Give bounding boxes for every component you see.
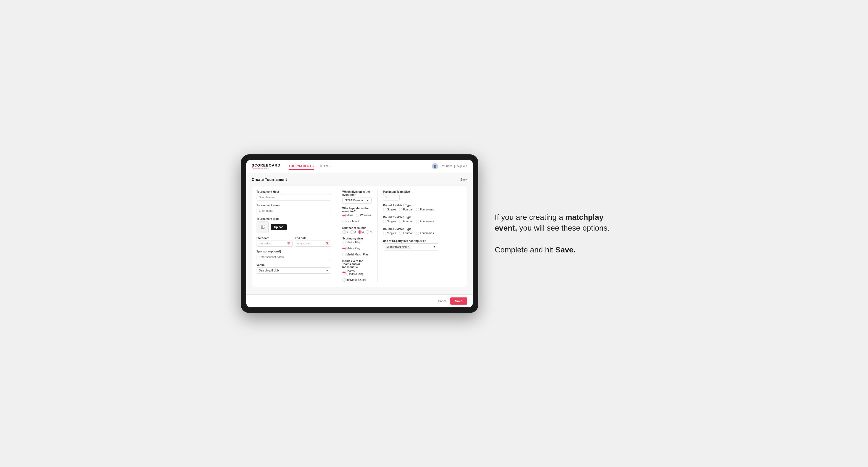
- teams-radio-group: Teams (+Individuals) Individuals Only: [342, 270, 372, 282]
- gender-womens[interactable]: Womens: [356, 214, 371, 217]
- rounds-3[interactable]: 3: [358, 230, 364, 234]
- gender-combined[interactable]: Combined: [342, 220, 359, 223]
- radio-medal-label: Medal Match Play: [347, 253, 368, 256]
- scoring-stroke[interactable]: Stroke Play: [342, 241, 361, 244]
- gender-mens[interactable]: Mens: [342, 214, 353, 217]
- round3-fourball[interactable]: Fourball: [399, 232, 413, 235]
- api-remove-icon[interactable]: ✕: [408, 246, 410, 248]
- form-middle-section: Which division is the event for? NCAA Di…: [342, 190, 372, 282]
- round3-singles[interactable]: Singles: [383, 232, 396, 235]
- rounds-radio-group: 1 2 3: [342, 230, 372, 234]
- end-date-input[interactable]: Pick a date 📅: [295, 241, 331, 247]
- scoring-match[interactable]: Match Play: [342, 247, 360, 250]
- rounds-4[interactable]: 4: [366, 230, 372, 234]
- rounds-1[interactable]: 1: [342, 230, 348, 234]
- round2-foursomes[interactable]: Foursomes: [416, 220, 434, 223]
- max-team-size-input[interactable]: [383, 194, 400, 200]
- sign-out-link[interactable]: Sign out: [457, 165, 467, 168]
- rounds-label: Number of rounds: [342, 226, 372, 229]
- annotation-top: If you are creating a matchplay event, y…: [495, 212, 627, 234]
- radio-r1-foursomes: [416, 208, 419, 211]
- date-fields: Start date Pick a date 📅 End date: [256, 237, 331, 247]
- round3-foursomes[interactable]: Foursomes: [416, 232, 434, 235]
- form-divider-1: [337, 190, 337, 282]
- division-select[interactable]: NCAA Division I ▼: [342, 197, 372, 204]
- radio-r2-foursomes: [416, 220, 419, 223]
- tournament-host-input[interactable]: [256, 194, 331, 200]
- scoring-field: Scoring system Stroke Play Match Play: [342, 237, 372, 256]
- user-avatar: 👤: [432, 163, 438, 169]
- radio-round1-circle: [342, 230, 346, 234]
- round2-singles[interactable]: Singles: [383, 220, 396, 223]
- radio-womens-label: Womens: [360, 214, 371, 217]
- venue-placeholder: Search golf club: [259, 269, 279, 272]
- upload-button[interactable]: Upload: [271, 224, 287, 230]
- division-value: NCAA Division I: [345, 199, 365, 202]
- back-button[interactable]: ‹ Back: [459, 178, 467, 181]
- max-team-size-field: Maximum Team Size: [383, 190, 438, 200]
- logo-subtitle: Powered by clippt: [252, 167, 281, 169]
- r3-foursomes-label: Foursomes: [420, 232, 434, 235]
- api-label: Use third-party live scoring API?: [383, 240, 438, 243]
- radio-round2-label: 2: [354, 230, 356, 234]
- scoring-label: Scoring system: [342, 237, 372, 240]
- radio-round3-label: 3: [362, 230, 364, 234]
- round3-options: Singles Fourball Foursomes: [383, 232, 438, 235]
- form-right-section: Maximum Team Size Round 1 - Match Type S…: [383, 190, 438, 282]
- tablet-device: SCOREBOARD Powered by clippt TOURNAMENTS…: [241, 154, 478, 313]
- venue-input[interactable]: Search golf club ▼: [256, 267, 331, 274]
- save-button[interactable]: Save: [450, 298, 467, 305]
- api-field: Use third-party live scoring API? Leader…: [383, 240, 438, 250]
- annotation-top-text1: If you are creating a: [495, 213, 565, 221]
- api-tag: Leaderboard King ✕: [385, 245, 411, 249]
- round2-fourball[interactable]: Fourball: [399, 220, 413, 223]
- round1-singles[interactable]: Singles: [383, 208, 396, 211]
- start-date-input[interactable]: Pick a date 📅: [256, 241, 293, 247]
- page-content: Create Tournament ‹ Back Tournament Host: [246, 173, 473, 294]
- sponsor-input[interactable]: [256, 254, 331, 260]
- page-footer: Cancel Save: [246, 294, 473, 307]
- r1-foursomes-label: Foursomes: [420, 208, 434, 211]
- page-header: Create Tournament ‹ Back: [252, 177, 467, 182]
- radio-r2-singles: [383, 220, 386, 223]
- user-name: Test User: [440, 165, 452, 168]
- radio-match-label: Match Play: [347, 247, 360, 250]
- r2-foursomes-label: Foursomes: [420, 220, 434, 223]
- round1-options: Singles Fourball Foursomes: [383, 208, 438, 211]
- teams-plus-individuals[interactable]: Teams (+Individuals): [342, 270, 372, 276]
- annotation-bottom-text1: Complete and hit: [495, 246, 555, 254]
- individuals-only[interactable]: Individuals Only: [342, 278, 366, 282]
- radio-r3-foursomes: [416, 232, 419, 235]
- round3-match-type: Round 3 - Match Type Singles Fourball: [383, 227, 438, 235]
- tournament-name-input[interactable]: [256, 208, 331, 214]
- radio-round1-label: 1: [347, 230, 348, 234]
- r2-singles-label: Singles: [387, 220, 396, 223]
- round3-label: Round 3 - Match Type: [383, 227, 438, 230]
- annotation-top-text2: you will see these options.: [517, 224, 610, 232]
- cancel-button[interactable]: Cancel: [438, 299, 447, 303]
- division-field: Which division is the event for? NCAA Di…: [342, 190, 372, 204]
- scoring-medal[interactable]: Medal Match Play: [342, 253, 368, 256]
- round1-match-type: Round 1 - Match Type Singles Fourball: [383, 204, 438, 211]
- gender-label: Which gender is the event for?: [342, 207, 372, 213]
- api-select[interactable]: Leaderboard King ✕ ▼: [383, 243, 438, 250]
- round1-foursomes[interactable]: Foursomes: [416, 208, 434, 211]
- end-date-label: End date: [295, 237, 331, 240]
- tournament-host-label: Tournament Host: [256, 190, 331, 193]
- gender-field: Which gender is the event for? Mens Wome…: [342, 207, 372, 223]
- rounds-2[interactable]: 2: [350, 230, 356, 234]
- round2-label: Round 2 - Match Type: [383, 216, 438, 219]
- teams-label: Is this event for Teams and/or Individua…: [342, 259, 372, 269]
- radio-round4-circle: [366, 230, 369, 234]
- scoring-radio-group: Stroke Play Match Play Medal Match Play: [342, 241, 372, 256]
- round2-match-type: Round 2 - Match Type Singles Fourball: [383, 216, 438, 223]
- radio-r1-fourball: [399, 208, 402, 211]
- round1-label: Round 1 - Match Type: [383, 204, 438, 207]
- radio-r3-fourball: [399, 232, 402, 235]
- annotation-bottom-bold: Save.: [555, 246, 576, 254]
- radio-r1-singles: [383, 208, 386, 211]
- tournament-logo-field: Tournament logo 🖼 Upload: [256, 217, 331, 234]
- tab-tournaments[interactable]: TOURNAMENTS: [288, 163, 314, 170]
- tab-teams[interactable]: TEAMS: [319, 163, 331, 170]
- round1-fourball[interactable]: Fourball: [399, 208, 413, 211]
